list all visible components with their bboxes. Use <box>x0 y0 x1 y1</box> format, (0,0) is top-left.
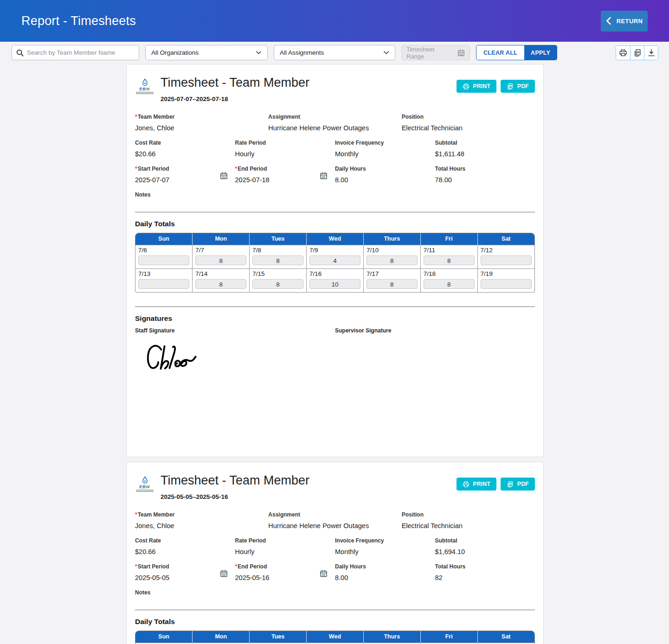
day-date-label: 7/8 <box>252 247 303 254</box>
apply-button[interactable]: APPLY <box>524 45 557 60</box>
day-cell: 7/118 <box>420 245 477 269</box>
position-label: Position <box>402 511 535 518</box>
timesheet-card: EBW Timesheet - Team Member 2025-07-07–2… <box>126 64 544 457</box>
clear-all-button[interactable]: CLEAR ALL <box>476 45 524 60</box>
chevron-down-icon <box>256 50 262 56</box>
download-icon <box>647 49 656 57</box>
download-report-button[interactable] <box>644 46 658 60</box>
pdf-button[interactable]: PDF PDF <box>501 80 535 93</box>
assignment-value: Hurricane Helene Power Outages <box>268 522 401 529</box>
pdf-button-label: PDF <box>517 481 529 487</box>
subtotal-label: Subtotal <box>435 537 535 544</box>
daily-totals-heading: Daily Totals <box>135 618 535 626</box>
daily-hours-value: 8.00 <box>335 574 435 581</box>
water-droplet-icon <box>142 476 148 484</box>
day-date-label: 7/10 <box>367 247 418 254</box>
calendar-icon[interactable] <box>220 569 228 578</box>
day-cell: 7/6 <box>135 245 193 269</box>
page-title: Report - Timesheets <box>21 14 136 28</box>
total-hours-label: Total Hours <box>435 166 535 172</box>
day-date-label: 7/6 <box>138 247 189 254</box>
hours-input <box>481 255 532 265</box>
cost-rate-label: Cost Rate <box>135 140 235 146</box>
svg-text:PDF: PDF <box>637 51 639 53</box>
card-header: EBW Timesheet - Team Member 2025-05-05–2… <box>135 473 535 500</box>
timesheet-card: EBW Timesheet - Team Member 2025-05-05–2… <box>126 462 544 644</box>
company-logo: EBW <box>135 78 154 94</box>
week-row: 7/137/1487/1587/16107/1787/1887/19 <box>135 269 534 293</box>
pdf-file-icon: PDF <box>633 49 642 57</box>
position-value: Electrical Technician <box>402 124 535 132</box>
printer-icon <box>463 83 470 90</box>
hours-input <box>481 279 532 289</box>
invoice-frequency-value: Monthly <box>335 150 435 158</box>
printer-icon <box>619 49 627 57</box>
day-date-label: 7/18 <box>424 270 475 277</box>
weekday-header-row: SunMonTuesWedThursFriSat <box>135 631 534 643</box>
invoice-frequency-label: Invoice Frequency <box>335 537 435 544</box>
day-cell: 7/94 <box>307 245 364 269</box>
print-report-button[interactable] <box>616 46 630 60</box>
print-button[interactable]: PRINT <box>457 80 497 93</box>
timesheet-fields: *Team MemberJones, Chloe AssignmentHurri… <box>135 511 535 596</box>
day-date-label: 7/7 <box>195 247 246 254</box>
weekday-header: Thurs <box>363 631 420 643</box>
calendar-icon[interactable] <box>320 172 328 180</box>
subtotal-label: Subtotal <box>435 140 535 146</box>
card-title-block: Timesheet - Team Member 2025-07-07–2025-… <box>161 76 309 102</box>
card-date-range: 2025-05-05–2025-05-16 <box>161 493 309 500</box>
hours-input: 8 <box>195 279 246 289</box>
water-droplet-icon <box>142 78 148 86</box>
rate-period-label: Rate Period <box>235 140 335 146</box>
weekday-header: Mon <box>193 233 250 245</box>
organizations-select[interactable]: All Organizations <box>145 45 268 60</box>
rate-period-value: Hourly <box>235 548 335 555</box>
hours-input: 10 <box>309 279 360 289</box>
weekday-header-row: SunMonTuesWedThursFriSat <box>135 233 534 245</box>
print-button[interactable]: PRINT <box>457 478 497 491</box>
subtotal-value: $1,694.10 <box>435 548 535 555</box>
pdf-file-icon: PDF <box>507 481 514 488</box>
company-logo: EBW <box>135 476 154 492</box>
day-cell: 7/178 <box>363 269 420 293</box>
total-hours-value: 78.00 <box>435 176 535 184</box>
search-input[interactable] <box>27 49 135 56</box>
day-date-label: 7/19 <box>481 270 532 277</box>
subtotal-value: $1,611.48 <box>435 150 535 158</box>
timesheet-range-input[interactable]: Timesheet Range <box>401 45 470 60</box>
daily-totals-table: SunMonTuesWedThursFriSat 7/67/787/887/94… <box>135 631 534 644</box>
svg-text:PDF: PDF <box>509 483 512 484</box>
day-date-label: 7/13 <box>138 270 189 277</box>
daily-totals-table: SunMonTuesWedThursFriSat 7/67/787/887/94… <box>135 233 534 292</box>
hours-input: 8 <box>367 255 418 265</box>
day-date-label: 7/16 <box>309 270 360 277</box>
calendar-icon[interactable] <box>320 569 328 578</box>
pdf-button[interactable]: PDF PDF <box>501 478 535 491</box>
weekday-header: Sat <box>477 233 534 245</box>
calendar-icon[interactable] <box>220 172 228 180</box>
supervisor-signature-block: Supervisor Signature <box>335 327 535 334</box>
total-hours-label: Total Hours <box>435 563 535 570</box>
day-date-label: 7/11 <box>424 247 475 254</box>
logo-text: EBW <box>135 485 154 489</box>
return-button[interactable]: RETURN <box>601 11 648 32</box>
weekday-header: Sun <box>135 631 193 643</box>
filter-actions: CLEAR ALL APPLY <box>476 45 557 60</box>
notes-label: Notes <box>135 589 535 596</box>
assignments-select[interactable]: All Assignments <box>274 45 395 60</box>
team-member-value: Jones, Chloe <box>135 522 268 529</box>
daily-hours-label: Daily Hours <box>335 563 435 570</box>
cost-rate-label: Cost Rate <box>135 537 235 544</box>
logo-tagline <box>135 92 154 94</box>
card-title: Timesheet - Team Member <box>161 473 309 488</box>
chevron-down-icon <box>383 50 389 56</box>
hours-input <box>138 279 189 289</box>
pdf-report-button[interactable]: PDF <box>630 46 644 60</box>
card-title: Timesheet - Team Member <box>161 76 309 90</box>
daily-hours-value: 8.00 <box>335 176 435 184</box>
hours-input: 8 <box>367 279 418 289</box>
day-date-label: 7/17 <box>367 270 418 277</box>
hours-input: 8 <box>424 255 475 265</box>
hours-input: 4 <box>309 255 360 265</box>
daily-totals-table-wrapper: SunMonTuesWedThursFriSat 7/67/787/887/94… <box>135 233 535 293</box>
